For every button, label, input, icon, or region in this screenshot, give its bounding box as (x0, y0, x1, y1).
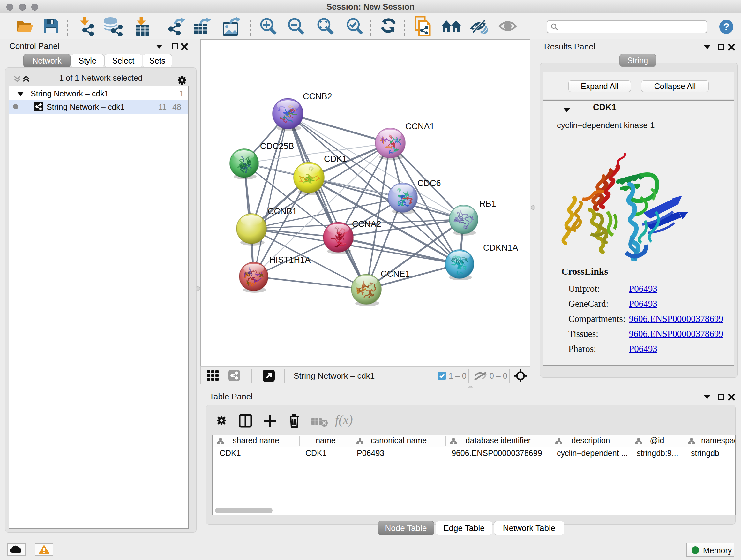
svg-text:CDC25B: CDC25B (260, 141, 294, 151)
svg-text:HIST1H1A: HIST1H1A (269, 255, 311, 265)
svg-text:CDKN1A: CDKN1A (483, 243, 518, 253)
svg-text:RB1: RB1 (479, 199, 496, 208)
svg-text:CDC6: CDC6 (417, 179, 441, 188)
svg-text:CCNE1: CCNE1 (381, 269, 410, 279)
svg-text:CDK1: CDK1 (324, 154, 347, 164)
svg-text:CCNB1: CCNB1 (268, 206, 297, 216)
svg-text:CCNA2: CCNA2 (352, 219, 381, 229)
svg-text:CCNA1: CCNA1 (405, 122, 434, 131)
svg-text:CCNB2: CCNB2 (303, 91, 332, 101)
